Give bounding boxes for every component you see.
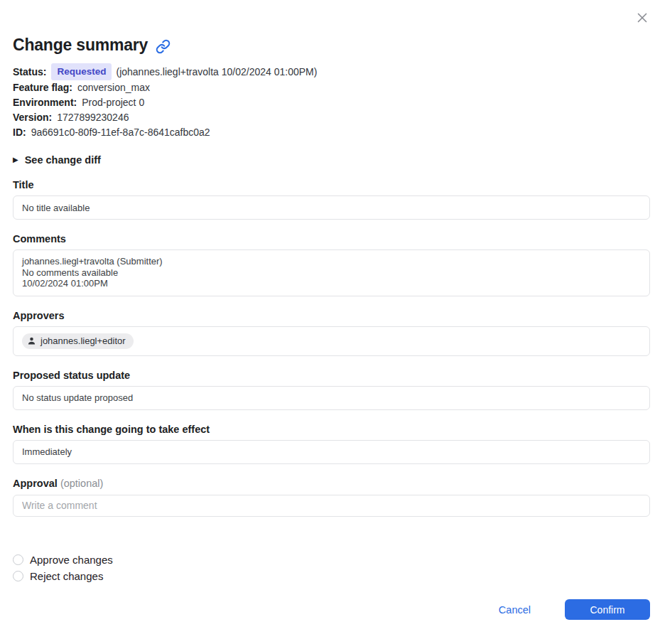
- see-change-diff-label: See change diff: [25, 154, 101, 166]
- title-field-value: No title available: [22, 203, 90, 213]
- modal-footer: Cancel Confirm: [499, 599, 650, 620]
- cancel-button[interactable]: Cancel: [499, 604, 531, 616]
- effect-section-label: When is this change going to take effect: [13, 424, 650, 435]
- optional-hint: (optional): [60, 478, 103, 489]
- confirm-button[interactable]: Confirm: [565, 599, 650, 620]
- status-badge: Requested: [51, 63, 112, 80]
- comment-timestamp-line: 10/02/2024 01:00PM: [22, 278, 641, 289]
- title-section-label: Title: [13, 179, 650, 190]
- reject-changes-option[interactable]: Reject changes: [13, 570, 650, 582]
- proposed-status-section-label: Proposed status update: [13, 370, 650, 381]
- title-field: No title available: [13, 195, 650, 220]
- meta-row-feature-flag: Feature flag: conversion_max: [13, 80, 650, 95]
- version-value: 1727899230246: [57, 110, 129, 125]
- id-label: ID:: [13, 125, 26, 140]
- decision-radio-group: Approve changes Reject changes: [13, 554, 650, 582]
- status-detail: (johannes.liegl+travolta 10/02/2024 01:0…: [116, 65, 317, 80]
- see-change-diff-toggle[interactable]: ▶ See change diff: [13, 154, 101, 166]
- approver-chip: johannes.liegl+editor: [22, 333, 134, 349]
- effect-field: Immediately: [13, 440, 650, 464]
- copy-link-icon[interactable]: [156, 39, 171, 54]
- id-value: 9a6691c0-80f9-11ef-8a7c-8641cafbc0a2: [31, 125, 210, 140]
- version-label: Version:: [13, 110, 52, 125]
- approval-section-label: Approval (optional): [13, 478, 650, 489]
- proposed-status-value: No status update proposed: [22, 392, 133, 403]
- comment-submitter-line: johannes.liegl+travolta (Submitter): [22, 256, 641, 267]
- effect-value: Immediately: [22, 446, 72, 457]
- status-label: Status:: [13, 65, 46, 80]
- meta-block: Status: Requested (johannes.liegl+travol…: [13, 63, 650, 140]
- proposed-status-field: No status update proposed: [13, 386, 650, 410]
- environment-value: Prod-project 0: [82, 95, 144, 110]
- feature-flag-value: conversion_max: [77, 80, 150, 95]
- comments-section-label: Comments: [13, 233, 650, 245]
- approvers-field: johannes.liegl+editor: [13, 326, 650, 356]
- page-title: Change summary: [13, 36, 148, 55]
- environment-label: Environment:: [13, 95, 77, 110]
- meta-row-version: Version: 1727899230246: [13, 110, 650, 125]
- comments-field: johannes.liegl+travolta (Submitter) No c…: [13, 249, 650, 296]
- meta-row-environment: Environment: Prod-project 0: [13, 95, 650, 110]
- approvers-section-label: Approvers: [13, 310, 650, 321]
- caret-right-icon: ▶: [13, 156, 18, 163]
- change-summary-modal: Change summary Status: Requested (johann…: [0, 0, 660, 644]
- person-icon: [27, 336, 36, 345]
- modal-header: Change summary: [13, 36, 650, 55]
- approval-label-text: Approval: [13, 478, 58, 489]
- approval-comment-input[interactable]: [13, 495, 650, 517]
- close-icon: [634, 10, 650, 26]
- reject-changes-label: Reject changes: [30, 570, 103, 582]
- approve-radio-icon[interactable]: [13, 554, 23, 565]
- approve-changes-label: Approve changes: [30, 554, 113, 566]
- approver-chip-label: johannes.liegl+editor: [40, 336, 126, 346]
- meta-row-id: ID: 9a6691c0-80f9-11ef-8a7c-8641cafbc0a2: [13, 125, 650, 140]
- meta-row-status: Status: Requested (johannes.liegl+travol…: [13, 63, 650, 80]
- comment-body-line: No comments available: [22, 267, 641, 279]
- close-button[interactable]: [634, 9, 651, 26]
- approve-changes-option[interactable]: Approve changes: [13, 554, 650, 566]
- reject-radio-icon[interactable]: [13, 571, 23, 581]
- feature-flag-label: Feature flag:: [13, 80, 72, 95]
